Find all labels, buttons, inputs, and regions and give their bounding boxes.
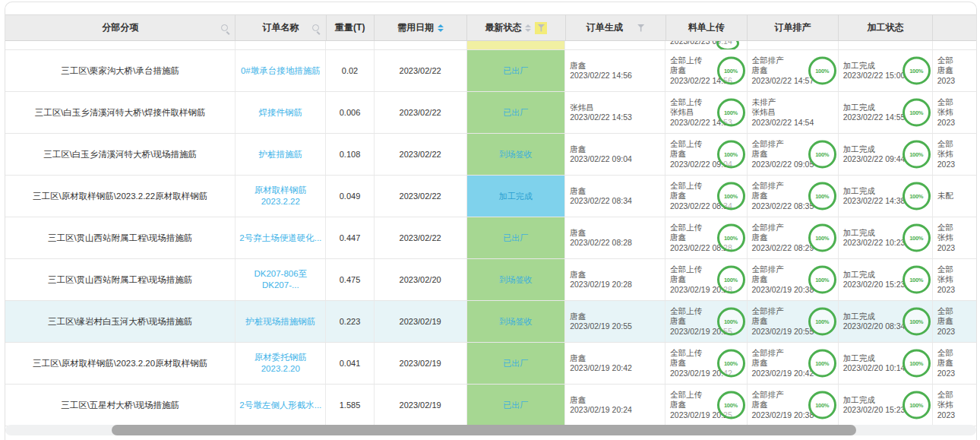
- sort-icon[interactable]: [438, 24, 444, 32]
- order-name-link[interactable]: 2号弃土场便道硬化...: [239, 233, 321, 244]
- order-name-link[interactable]: 原材取样钢筋2023.2.22: [239, 185, 322, 207]
- division-cell: 三工区\五星村大桥\现场措施筋: [5, 385, 236, 426]
- progress-ring-label: 100%: [909, 277, 923, 283]
- search-icon[interactable]: [312, 24, 319, 31]
- status-badge: 已出厂: [467, 50, 566, 91]
- progress-ring-label: 100%: [909, 109, 923, 116]
- order-scheduling-cell: 全部排产唐鑫2023/02/19 20:38100%: [748, 259, 839, 300]
- table-row[interactable]: 三工区\缘岩村白玉河大桥\现场措施筋护桩现场措施钢筋0.2232023/02/1…: [5, 301, 977, 343]
- progress-ring-label: 100%: [724, 318, 738, 325]
- weight-cell: 0.475: [326, 259, 374, 300]
- order-scheduling-cell: 全部排产唐鑫2023/02/19 20:42100%: [748, 343, 839, 384]
- orders-table-panel: 分部分项 订单名称 重量(T) 需用日期 最新状态 订单生成: [5, 2, 977, 440]
- order-generated-cell: 唐鑫2023/02/22 08:34: [565, 176, 665, 217]
- delivery-line: 2023: [937, 369, 955, 379]
- scheduling-time: 2023/02/22 08:35: [752, 201, 814, 212]
- progress-ring: 100%: [717, 391, 745, 419]
- order-scheduling-cell: 全部排产唐鑫2023/02/19 20:55100%: [748, 301, 839, 342]
- division-cell: 三工区\原材取样钢筋\2023.2.22原材取样钢筋: [5, 176, 236, 217]
- order-generated-cell: 唐鑫2023/02/19 20:28: [565, 259, 665, 300]
- processing-status-cell: 加工完成2023/02/22 15:00100%: [839, 50, 933, 91]
- filter-icon[interactable]: [637, 24, 645, 32]
- scheduling-time: 2023/02/19 20:55: [752, 327, 814, 337]
- generated-time: 2023/02/19 20:55: [570, 321, 632, 332]
- search-icon[interactable]: [221, 24, 228, 31]
- col-header-weight[interactable]: 重量(T): [327, 15, 375, 40]
- col-header-division[interactable]: 分部分项: [5, 15, 236, 40]
- processing-state: 加工完成: [843, 395, 875, 406]
- upload-state: 全部上传: [670, 348, 702, 359]
- filter-active-highlight[interactable]: [535, 22, 547, 34]
- operator-name: 唐鑫: [752, 316, 768, 327]
- material-upload-cell: 全部上传张炜昌2023/02/22 14:53100%: [665, 92, 748, 133]
- operator-name: 唐鑫: [570, 270, 586, 280]
- generated-time: 2023/02/19 20:28: [570, 280, 632, 290]
- processing-time: 2023/02/20 10:14: [843, 363, 906, 374]
- division-cell: 三工区\贯山西站附属工程\现场措施筋: [5, 217, 236, 258]
- progress-ring-label: 100%: [724, 193, 738, 200]
- horizontal-scrollbar-track[interactable]: [5, 425, 976, 435]
- material-upload-cell: 全部上传唐鑫2023/02/19 20:25100%: [665, 385, 748, 426]
- table-row[interactable]: 三工区\原材取样钢筋\2023.2.20原材取样钢筋原材委托钢筋2023.2.2…: [5, 343, 977, 385]
- scheduling-state: 全部排产: [752, 348, 784, 359]
- horizontal-scrollbar-thumb[interactable]: [112, 425, 856, 435]
- order-name-link[interactable]: 2号墩左侧人形截水...: [239, 400, 321, 411]
- progress-ring-label: 100%: [815, 235, 829, 242]
- order-scheduling-cell: 全部排产唐鑫2023/02/22 08:35100%: [748, 176, 839, 217]
- col-header-delivery-status[interactable]: [933, 15, 977, 40]
- progress-ring-label: 100%: [815, 402, 829, 409]
- order-name-link[interactable]: 护桩措施筋: [259, 149, 303, 160]
- order-name-link[interactable]: 焊接件钢筋: [259, 107, 303, 119]
- delivery-line: 2023: [937, 76, 955, 87]
- col-header-latest-status-label: 最新状态: [485, 21, 521, 34]
- table-row[interactable]: 三工区\五星村大桥\现场措施筋2号墩左侧人形截水...1.5852023/02/…: [5, 385, 977, 426]
- order-generated-cell: 唐鑫2023/02/19 20:24: [565, 385, 665, 426]
- table-row[interactable]: 三工区\栗家沟大桥\承台措施筋0#墩承台接地措施筋0.022023/02/22已…: [5, 50, 977, 92]
- filter-icon: [537, 24, 545, 32]
- col-header-material-upload[interactable]: 料单上传: [666, 15, 748, 40]
- material-upload-cell: 2023/02/23 09:14: [665, 41, 748, 49]
- status-badge: 已出厂: [467, 343, 566, 384]
- progress-ring: 100%: [808, 57, 836, 85]
- operator-name: 唐鑫: [570, 395, 586, 406]
- col-header-latest-status[interactable]: 最新状态: [467, 15, 566, 40]
- operator-name: 唐鑫: [670, 191, 686, 201]
- delivery-status-cell: 全部张炜2023: [933, 134, 977, 175]
- sort-icon[interactable]: [525, 24, 531, 32]
- operator-name: 唐鑫: [752, 149, 768, 160]
- operator-name: 唐鑫: [670, 149, 686, 160]
- order-name-cell: 护桩现场措施钢筋: [236, 301, 326, 342]
- scheduling-state: 全部排产: [752, 139, 784, 150]
- order-name-link[interactable]: 原材委托钢筋2023.2.20: [239, 352, 322, 375]
- table-row[interactable]: 三工区\原材取样钢筋\2023.2.22原材取样钢筋原材取样钢筋2023.2.2…: [5, 176, 977, 217]
- table-row[interactable]: 三工区\白玉乡清溪河特大桥\焊接件取样钢筋焊接件钢筋0.0062023/02/2…: [5, 92, 977, 134]
- scheduling-state: 未排产: [752, 97, 776, 108]
- order-scheduling-cell: 全部排产唐鑫2023/02/19 20:38100%: [748, 385, 839, 426]
- scheduling-time: 2023/02/22 14:57: [752, 76, 814, 87]
- col-header-order-name[interactable]: 订单名称: [236, 15, 326, 40]
- processing-state: 加工完成: [843, 186, 875, 197]
- col-header-order-generated[interactable]: 订单生成: [566, 15, 666, 40]
- order-name-cell: 2号弃土场便道硬化...: [236, 217, 326, 258]
- col-header-order-scheduling[interactable]: 订单排产: [748, 15, 839, 40]
- progress-ring: 100%: [903, 350, 931, 378]
- order-name-link[interactable]: DK207-806至DK207-...: [239, 268, 322, 291]
- table-row[interactable]: 三工区\白玉乡清溪河特大桥\现场措施筋护桩措施筋0.1082023/02/22到…: [5, 134, 977, 176]
- progress-ring: 100%: [808, 350, 836, 378]
- delivery-line: 张炜: [937, 149, 953, 160]
- progress-ring-label: 100%: [724, 277, 738, 283]
- delivery-status-cell: 全部唐鑫2023: [933, 343, 977, 384]
- processing-status-cell: 加工完成2023/02/20 08:34100%: [839, 301, 933, 342]
- clipped-row-top[interactable]: 2023/02/23 09:14: [5, 41, 977, 50]
- order-name-link[interactable]: 0#墩承台接地措施筋: [241, 65, 321, 77]
- delivery-line: 张炜: [937, 274, 953, 285]
- progress-ring-label: 100%: [909, 318, 923, 325]
- processing-time: 2023/02/22 10:23: [843, 238, 906, 248]
- col-header-processing-status[interactable]: 加工状态: [839, 15, 933, 40]
- progress-ring-label: 100%: [815, 318, 829, 325]
- table-row[interactable]: 三工区\贯山西站附属工程\现场措施筋DK207-806至DK207-...0.4…: [5, 259, 977, 301]
- order-name-link[interactable]: 护桩现场措施钢筋: [245, 316, 315, 328]
- col-header-required-date[interactable]: 需用日期: [375, 15, 467, 40]
- progress-ring: 100%: [717, 224, 745, 252]
- table-row[interactable]: 三工区\贯山西站附属工程\现场措施筋2号弃土场便道硬化...0.4472023/…: [5, 217, 977, 259]
